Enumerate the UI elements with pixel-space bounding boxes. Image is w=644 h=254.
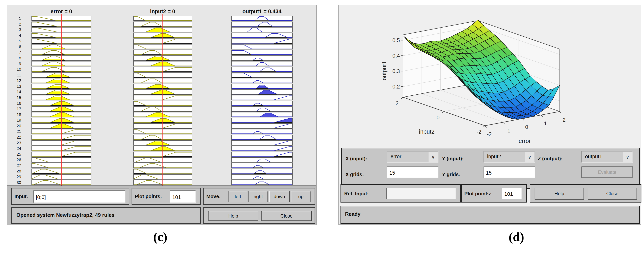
y-tick-label: 0 [436,115,440,121]
rule-row-number: 7 [11,50,21,55]
z-axis-title: output1 [381,61,388,80]
surface-3d-svg[interactable]: 0.50.40.30.2-2-101220-2errorinput2output… [339,5,641,146]
rule-row-number: 21 [11,129,21,134]
rule-row-number: 3 [11,27,21,32]
x-tick-label: -2 [487,131,492,137]
help-close-panel: Help Close [203,207,315,224]
rule-row-number: 11 [11,73,21,78]
rule-row-number: 5 [11,38,21,44]
x-input-label: X (input): [346,156,367,162]
move-panel: Move: left right down up [203,188,315,205]
surface-plot[interactable]: 0.50.40.30.2-2-101220-2errorinput2output… [339,5,641,146]
rule-row-number: 13 [11,84,21,89]
surface-viewer-window: 0.50.40.30.2-2-101220-2errorinput2output… [338,5,641,225]
move-left-button[interactable]: left [228,191,247,202]
move-right-button[interactable]: right [248,191,268,202]
x-tick-label: 1 [544,121,547,127]
chevron-down-icon[interactable]: ∨ [428,152,438,162]
plot-points-label: Plot points: [135,194,162,199]
move-up-button[interactable]: up [291,191,311,202]
y-input-value: input2 [487,153,501,160]
rule-row-number: 26 [11,157,21,162]
move-down-button[interactable]: down [269,191,290,202]
rule-row-number: 28 [11,168,21,174]
input-label: Input: [14,194,28,199]
rule-row-number: 20 [11,123,21,128]
y-grids-field[interactable] [484,166,535,178]
status-panel-d: Ready [340,206,640,224]
z-output-dropdown[interactable]: output1 ∨ [582,151,633,163]
z-tick-label: 0.4 [392,53,400,59]
caption-d: (d) [509,230,524,244]
close-button-d[interactable]: Close [588,188,637,199]
rule-column-error[interactable] [32,14,92,186]
rule-viewer-window: error = 0 input2 = 0 output1 = 0.434 123… [7,5,316,225]
rule-column-output1[interactable] [231,14,292,186]
y-tick-label: -2 [476,129,481,135]
help-close-panel-d: Help Close [530,184,642,202]
x-tick-label: 2 [562,117,566,123]
z-tick-label: 0.2 [392,84,400,90]
evaluate-button: Evaluate [582,166,633,178]
rule-row-number: 1 [11,16,21,21]
help-button[interactable]: Help [208,211,258,221]
z-tick-label: 0.3 [392,68,400,74]
rule-row-number: 22 [11,135,21,140]
rule-row-number: 14 [11,89,21,94]
plot-points-field[interactable] [170,190,196,203]
rule-row-number: 9 [11,61,21,66]
axes-controls-panel: X (input): error ∨ Y (input): input2 ∨ Z… [341,148,640,189]
rule-row-number: 24 [11,146,21,151]
x-tick-label: 0 [525,124,528,130]
page: error = 0 input2 = 0 output1 = 0.434 123… [0,0,644,254]
x-axis-title: error [518,138,531,144]
move-label: Move: [206,194,220,199]
x-grids-field[interactable] [387,166,438,178]
y-tick-label: 2 [396,100,398,106]
x-grids-label: X grids: [346,172,364,177]
chevron-down-icon[interactable]: ∨ [623,152,632,162]
rule-row-number: 10 [11,67,21,72]
input-panel: Input: [11,188,129,205]
y-input-dropdown[interactable]: input2 ∨ [484,151,535,163]
status-text: Opened system Newfuzzytrap2, 49 rules [16,212,114,218]
plot-points-label-d: Plot points: [464,191,492,197]
caption-c: (c) [153,230,167,244]
plot-points-panel: Plot points: [132,188,200,205]
rule-row-number: 12 [11,78,21,83]
rule-row-number: 23 [11,140,21,145]
rule-row-number: 16 [11,101,21,106]
x-input-dropdown[interactable]: error ∨ [387,151,438,163]
rule-row-number: 18 [11,112,21,117]
rule-row-number: 4 [11,33,21,38]
rule-row-number: 19 [11,118,21,123]
rule-row-number: 30 [11,180,21,185]
input-field[interactable] [34,190,126,203]
plot-points-field-d[interactable] [502,188,522,199]
rule-row-number: 8 [11,56,21,61]
rule-row-number: 2 [11,22,21,27]
rule-row-number: 29 [11,174,21,179]
status-text-d: Ready [345,211,360,217]
help-button-d[interactable]: Help [534,188,584,199]
rule-row-number: 6 [11,44,21,49]
y-axis-title: input2 [419,128,434,135]
rule-column-input2[interactable] [133,14,192,186]
rule-row-number: 17 [11,106,21,111]
rule-row-number: 27 [11,163,21,168]
rule-row-number: 25 [11,152,21,157]
z-tick-label: 0.5 [392,38,400,43]
rule-row-number: 15 [11,95,21,100]
x-tick-label: -1 [506,128,510,134]
close-button[interactable]: Close [261,211,312,221]
x-input-value: error [390,153,402,160]
chevron-down-icon[interactable]: ∨ [525,152,534,162]
y-input-label: Y (input): [442,156,464,162]
plot-points-panel-d: Plot points: [462,184,527,202]
status-panel: Opened system Newfuzzytrap2, 49 rules [11,207,200,224]
ref-input-panel: Ref. Input: [340,184,460,202]
y-grids-label: Y grids: [442,172,460,177]
ref-input-label: Ref. Input: [344,191,369,197]
z-output-value: output1 [585,153,602,160]
z-output-label: Z (output): [538,156,562,162]
